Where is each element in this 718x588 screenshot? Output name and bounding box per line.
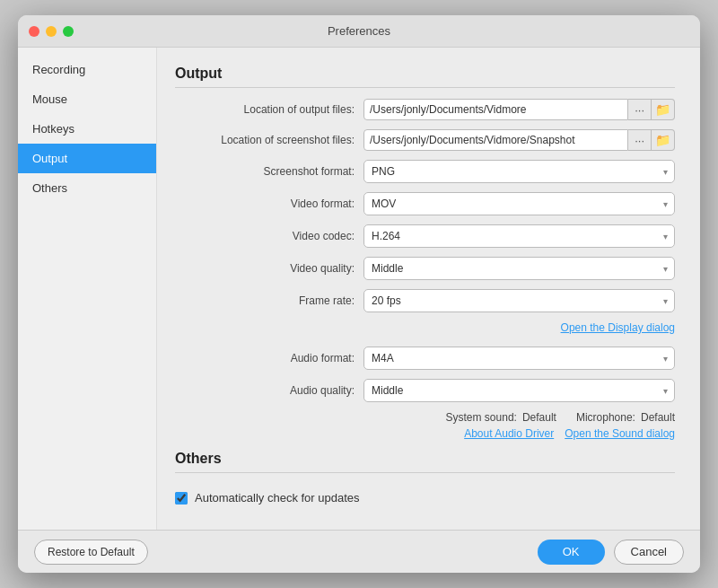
sidebar-item-recording[interactable]: Recording	[18, 55, 156, 84]
window-controls	[29, 26, 74, 37]
video-format-row: Video format: MOV MP4 AVI MKV ▾	[175, 192, 675, 215]
display-dialog-link[interactable]: Open the Display dialog	[561, 321, 675, 334]
screenshot-location-input[interactable]	[363, 129, 628, 151]
audio-quality-select[interactable]: Low Middle High Lossless	[363, 379, 675, 402]
output-section-title: Output	[175, 66, 675, 88]
frame-rate-row: Frame rate: 15 fps 20 fps 24 fps 30 fps …	[175, 289, 675, 312]
screenshot-format-label: Screenshot format:	[175, 165, 363, 178]
audio-format-select-wrapper: M4A AAC MP3 WAV ▾	[363, 347, 675, 370]
about-audio-driver-link[interactable]: About Audio Driver	[464, 427, 554, 440]
screenshot-location-row: Location of screenshot files: ··· 📁	[175, 129, 675, 151]
cancel-button[interactable]: Cancel	[614, 540, 684, 565]
video-quality-label: Video quality:	[175, 262, 363, 275]
video-quality-row: Video quality: Low Middle High Lossless …	[175, 257, 675, 280]
output-location-input-group: ··· 📁	[363, 99, 675, 120]
sound-dialog-link[interactable]: Open the Sound dialog	[565, 427, 675, 440]
sidebar-item-output[interactable]: Output	[18, 144, 156, 173]
others-section-title: Others	[175, 451, 675, 473]
audio-quality-label: Audio quality:	[175, 384, 363, 397]
maximize-button[interactable]	[63, 26, 74, 37]
sidebar-item-others[interactable]: Others	[18, 173, 156, 203]
sidebar-item-hotkeys[interactable]: Hotkeys	[18, 114, 156, 144]
auto-update-checkbox[interactable]	[175, 492, 188, 505]
audio-format-select[interactable]: M4A AAC MP3 WAV	[363, 347, 675, 370]
screenshot-location-dots-button[interactable]: ···	[628, 129, 652, 151]
titlebar: Preferences	[18, 15, 700, 48]
frame-rate-select-wrapper: 15 fps 20 fps 24 fps 30 fps 60 fps ▾	[363, 289, 675, 312]
microphone-value: Default	[641, 411, 675, 424]
screenshot-location-input-group: ··· 📁	[363, 129, 675, 151]
system-sound-label: System sound:	[446, 411, 517, 424]
audio-links-row: About Audio Driver Open the Sound dialog	[175, 427, 675, 440]
microphone-label: Microphone:	[576, 411, 635, 424]
audio-quality-select-wrapper: Low Middle High Lossless ▾	[363, 379, 675, 402]
main-content: Output Location of output files: ··· 📁 L…	[157, 48, 700, 530]
screenshot-format-row: Screenshot format: PNG JPG BMP GIF ▾	[175, 160, 675, 183]
audio-format-label: Audio format:	[175, 352, 363, 364]
bottom-bar: Restore to Default OK Cancel	[18, 530, 700, 573]
bottom-right-buttons: OK Cancel	[538, 540, 684, 565]
restore-default-button[interactable]: Restore to Default	[34, 540, 148, 565]
video-codec-row: Video codec: H.264 H.265 MPEG-4 ▾	[175, 224, 675, 248]
video-format-select[interactable]: MOV MP4 AVI MKV	[363, 192, 675, 215]
output-location-input[interactable]	[363, 99, 628, 120]
output-location-folder-button[interactable]: 📁	[652, 99, 675, 120]
screenshot-location-folder-button[interactable]: 📁	[652, 129, 675, 151]
video-codec-select[interactable]: H.264 H.265 MPEG-4	[363, 224, 675, 248]
screenshot-location-label: Location of screenshot files:	[175, 134, 363, 146]
others-section: Others Automatically check for updates	[175, 451, 675, 512]
system-sound-value: Default	[522, 411, 556, 424]
video-quality-select-wrapper: Low Middle High Lossless ▾	[363, 257, 675, 280]
display-dialog-link-row: Open the Display dialog	[175, 321, 675, 334]
frame-rate-label: Frame rate:	[175, 294, 363, 307]
video-codec-label: Video codec:	[175, 230, 363, 242]
close-button[interactable]	[29, 26, 39, 37]
auto-update-label: Automatically check for updates	[195, 491, 360, 505]
audio-status-row: System sound: Default Microphone: Defaul…	[175, 411, 675, 424]
sidebar: Recording Mouse Hotkeys Output Others	[18, 48, 157, 530]
frame-rate-select[interactable]: 15 fps 20 fps 24 fps 30 fps 60 fps	[363, 289, 675, 312]
output-location-label: Location of output files:	[175, 103, 363, 116]
window-title: Preferences	[328, 24, 390, 38]
ok-button[interactable]: OK	[538, 540, 605, 565]
screenshot-format-select[interactable]: PNG JPG BMP GIF	[363, 160, 675, 183]
screenshot-format-select-wrapper: PNG JPG BMP GIF ▾	[363, 160, 675, 183]
video-format-label: Video format:	[175, 197, 363, 210]
audio-quality-row: Audio quality: Low Middle High Lossless …	[175, 379, 675, 402]
auto-update-row: Automatically check for updates	[175, 484, 675, 512]
video-format-select-wrapper: MOV MP4 AVI MKV ▾	[363, 192, 675, 215]
minimize-button[interactable]	[46, 26, 57, 37]
sidebar-item-mouse[interactable]: Mouse	[18, 84, 156, 114]
audio-format-row: Audio format: M4A AAC MP3 WAV ▾	[175, 347, 675, 370]
video-codec-select-wrapper: H.264 H.265 MPEG-4 ▾	[363, 224, 675, 248]
output-location-dots-button[interactable]: ···	[628, 99, 652, 120]
video-quality-select[interactable]: Low Middle High Lossless	[363, 257, 675, 280]
output-location-row: Location of output files: ··· 📁	[175, 99, 675, 120]
